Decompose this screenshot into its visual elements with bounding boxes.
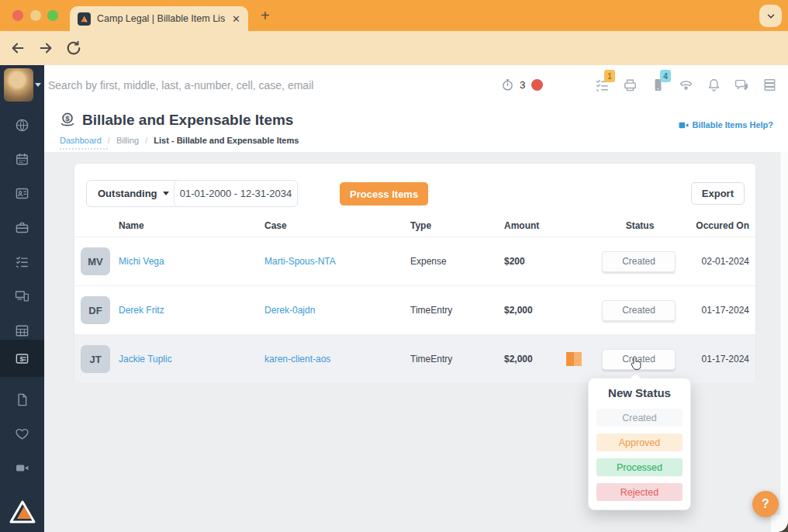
user-avatar <box>4 68 33 102</box>
table-row: MV Michi Vega Marti-Spous-NTA Expense $2… <box>74 237 755 285</box>
help-fab-button[interactable]: ? <box>752 491 779 517</box>
chevron-down-icon <box>766 11 776 22</box>
status-filter-label: Outstanding <box>98 188 157 199</box>
row-name-link[interactable]: Jackie Tuplic <box>119 354 264 364</box>
col-amount: Amount <box>504 220 566 231</box>
back-button[interactable] <box>9 40 26 57</box>
billable-items-help-link[interactable]: Billable Items Help? <box>679 120 773 130</box>
nav-contacts-icon[interactable] <box>0 176 44 210</box>
browser-tab[interactable]: Camp Legal | Billable Item Lis ✕ <box>70 6 248 31</box>
app-sidebar: $ <box>0 65 44 532</box>
forward-button[interactable] <box>37 40 54 57</box>
row-type: TimeEntry <box>410 305 504 316</box>
task-count-badge: 1 <box>604 70 615 82</box>
breadcrumb: Dashboard / Billing / List - Billable an… <box>60 136 299 145</box>
table-row: DF Derek Fritz Derek-0ajdn TimeEntry $2,… <box>74 285 755 334</box>
row-name-link[interactable]: Derek Fritz <box>119 305 264 316</box>
row-occurred-date: 01-17-2024 <box>678 354 749 364</box>
status-option-rejected[interactable]: Rejected <box>596 483 683 501</box>
export-button[interactable]: Export <box>691 182 745 205</box>
col-status: Status <box>602 220 678 231</box>
status-option-processed[interactable]: Processed <box>596 458 683 476</box>
mouse-cursor-hand <box>629 355 645 372</box>
breadcrumb-separator: / <box>108 136 110 145</box>
status-option-created[interactable]: Created <box>596 409 683 427</box>
user-menu[interactable] <box>0 65 44 105</box>
records-icon[interactable] <box>762 78 777 92</box>
svg-text:$: $ <box>65 115 69 123</box>
chevron-down-icon <box>163 192 169 195</box>
row-case-link[interactable]: Marti-Spous-NTA <box>264 256 410 267</box>
breadcrumb-current: List - Billable and Expensable Items <box>154 136 299 145</box>
breadcrumb-separator: / <box>145 136 147 145</box>
fax-icon[interactable] <box>623 78 638 92</box>
browser-tab-strip: Camp Legal | Billable Item Lis ✕ + <box>0 0 788 31</box>
nav-calendar-icon[interactable] <box>0 142 44 176</box>
col-case: Case <box>264 220 410 231</box>
nav-devices-icon[interactable] <box>0 278 44 313</box>
chat-icon[interactable] <box>734 78 749 92</box>
header-icon-row: 1 4 <box>595 65 777 105</box>
timer-cluster[interactable]: 3 <box>501 65 543 105</box>
col-type: Type <box>410 220 504 231</box>
row-occurred-date: 01-17-2024 <box>678 305 749 316</box>
nav-cases-icon[interactable] <box>0 210 44 244</box>
new-tab-button[interactable]: + <box>261 7 270 24</box>
row-name-link[interactable]: Michi Vega <box>119 256 264 267</box>
mobile-phone-icon[interactable]: 4 <box>651 78 665 92</box>
process-items-button[interactable]: Process Items <box>340 182 428 206</box>
status-filter-dropdown[interactable]: Outstanding <box>86 180 181 207</box>
desk-phone-icon[interactable] <box>679 78 693 92</box>
nav-wellness-icon[interactable] <box>0 416 44 451</box>
row-type: TimeEntry <box>410 354 504 364</box>
nav-billing-icon[interactable]: $ <box>0 340 44 377</box>
nav-tasks-icon[interactable] <box>0 244 44 278</box>
date-range-input[interactable] <box>174 180 298 207</box>
reload-button[interactable] <box>65 40 82 57</box>
tab-title: Camp Legal | Billable Item Lis <box>97 13 226 24</box>
page-header: $ Billable and Expensable Items Dashboar… <box>44 105 788 152</box>
row-status-button[interactable]: Created <box>602 251 676 272</box>
task-list-icon[interactable]: 1 <box>595 78 610 92</box>
browser-window: Camp Legal | Billable Item Lis ✕ + lawye… <box>0 0 788 532</box>
row-case-link[interactable]: karen-client-aos <box>264 354 410 364</box>
global-search-input[interactable] <box>48 65 482 105</box>
maximize-window-button[interactable] <box>47 10 58 21</box>
breadcrumb-dashboard[interactable]: Dashboard <box>60 136 102 145</box>
app-topbar: 3 1 4 <box>0 65 788 105</box>
breadcrumb-underline-dots <box>60 148 108 150</box>
popup-title: New Status <box>589 386 690 399</box>
row-type: Expense <box>410 256 504 267</box>
row-avatar: JT <box>81 345 110 373</box>
breadcrumb-billing[interactable]: Billing <box>116 136 139 145</box>
billable-items-card: Outstanding Process Items Export Name Ca… <box>74 163 756 383</box>
row-case-link[interactable]: Derek-0ajdn <box>264 305 410 316</box>
scrollbar-gutter[interactable] <box>779 152 788 532</box>
col-name: Name <box>119 220 264 231</box>
row-avatar: MV <box>81 247 110 275</box>
page-title: Billable and Expensable Items <box>82 112 293 129</box>
row-occurred-date: 02-01-2024 <box>678 256 749 267</box>
table-header: Name Case Type Amount Status Occured On <box>74 215 755 237</box>
billable-flag-icon <box>566 352 582 366</box>
timer-clock-icon <box>501 78 514 92</box>
tab-search-button[interactable] <box>759 5 782 27</box>
row-amount: $2,000 <box>504 305 566 316</box>
close-window-button[interactable] <box>12 10 23 21</box>
camp-legal-logo <box>0 499 44 524</box>
row-status-button[interactable]: Created <box>602 300 676 321</box>
chevron-down-icon <box>35 83 41 87</box>
minimize-window-button[interactable] <box>30 10 41 21</box>
camp-legal-favicon <box>78 12 91 26</box>
nav-video-icon[interactable] <box>0 451 44 485</box>
tab-close-icon[interactable]: ✕ <box>232 13 240 25</box>
nav-dashboard-icon[interactable] <box>0 108 44 142</box>
table-row-selected: JT Jackie Tuplic karen-client-aos TimeEn… <box>74 334 755 383</box>
notifications-bell-icon[interactable] <box>707 78 721 92</box>
messages-count-badge: 4 <box>660 70 671 82</box>
status-option-approved[interactable]: Approved <box>596 434 683 451</box>
nav-documents-icon[interactable] <box>0 382 44 416</box>
row-amount: $2,000 <box>504 354 566 364</box>
col-occured-on: Occured On <box>678 220 749 231</box>
new-status-popup: New Status Created Approved Processed Re… <box>588 378 691 510</box>
